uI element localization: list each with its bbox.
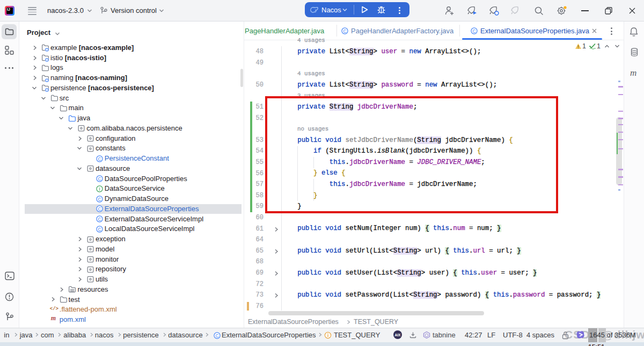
svg-text:C: C bbox=[98, 156, 101, 161]
svg-text:I: I bbox=[99, 186, 100, 191]
svg-text:C: C bbox=[215, 333, 218, 338]
svg-text:C: C bbox=[98, 206, 101, 212]
svg-text:C: C bbox=[98, 176, 101, 182]
svg-text:C: C bbox=[98, 217, 101, 222]
svg-text:C: C bbox=[98, 226, 101, 232]
svg-text:C: C bbox=[343, 28, 346, 34]
svg-text:C: C bbox=[472, 28, 475, 34]
svg-text:C: C bbox=[98, 196, 101, 201]
